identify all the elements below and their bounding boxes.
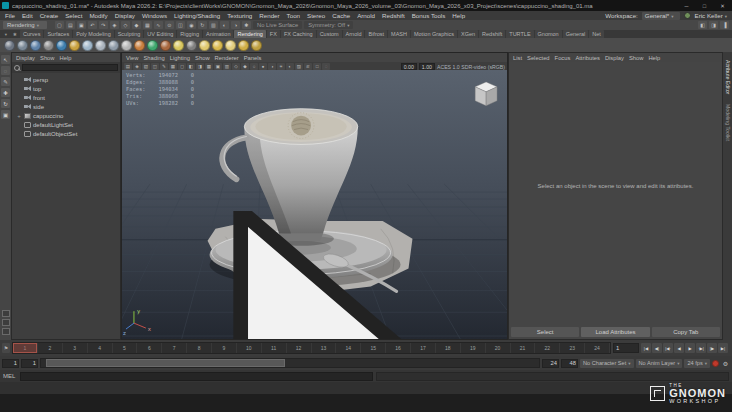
shelf-tab[interactable]: Sculpting [115, 30, 144, 38]
save-scene-icon[interactable]: ▣ [77, 21, 86, 29]
frame-tick[interactable]: 22 [535, 343, 560, 353]
point-light-shelf-icon[interactable] [225, 40, 236, 51]
new-scene-icon[interactable]: ▢ [55, 21, 64, 29]
frame-tick[interactable]: 16 [386, 343, 411, 353]
rotate-tool-icon[interactable]: ↻ [1, 99, 10, 108]
attribute-editor-menu-item[interactable]: Selected [527, 55, 550, 61]
shelf-tab[interactable]: Arnold [343, 30, 365, 38]
make-object-live-icon[interactable]: ◉ [187, 21, 196, 29]
range-slider[interactable] [40, 358, 540, 368]
menu-item[interactable]: Texturing [227, 12, 252, 19]
menu-item[interactable]: Create [40, 12, 59, 19]
motion-blur-icon[interactable]: ≋ [304, 63, 312, 70]
sidebar-tab[interactable]: Modeling Toolkit [725, 104, 731, 141]
attribute-editor-menu-item[interactable]: List [513, 55, 522, 61]
area-light-shelf-icon[interactable] [251, 40, 262, 51]
frame-tick[interactable]: 20 [486, 343, 511, 353]
use-all-lights-icon[interactable]: ☀ [277, 63, 285, 70]
viewport-3d-scene[interactable]: y x z Verts: 194072 0 Edges: 388088 0 [122, 70, 507, 339]
outliner-item[interactable]: front [12, 93, 120, 102]
menu-item[interactable]: Stereo [307, 12, 325, 19]
redo-icon[interactable]: ↷ [99, 21, 108, 29]
grid-toggle-icon[interactable]: ▦ [169, 63, 177, 70]
frame-tick[interactable]: 6 [137, 343, 162, 353]
attribute-editor-menu-item[interactable]: Show [629, 55, 644, 61]
attribute-editor-menu-item[interactable]: Attributes [575, 55, 600, 61]
layout-persp-outliner-button[interactable] [2, 328, 10, 335]
current-time-marker[interactable] [13, 343, 37, 353]
bookmarks-icon[interactable]: ◈ [133, 63, 141, 70]
outliner-item[interactable]: persp [12, 75, 120, 84]
menu-item[interactable]: Lighting/Shading [174, 12, 220, 19]
open-render-view-icon[interactable]: ▥ [209, 21, 218, 29]
outliner-item[interactable]: side [12, 102, 120, 111]
ipr-render-shelf-icon[interactable] [30, 40, 41, 51]
viewport-menu-item[interactable]: Show [195, 55, 210, 61]
camera-attributes-icon[interactable]: ▤ [124, 63, 132, 70]
frame-selection-icon[interactable]: ◆ [241, 63, 249, 70]
menu-item[interactable]: Redshift [382, 12, 405, 19]
shelf-tab[interactable]: Gnomon [535, 30, 562, 38]
shelf-tab[interactable]: FX Caching [281, 30, 316, 38]
hypershade-shelf-icon[interactable] [56, 40, 67, 51]
scale-tool-icon[interactable]: ▣ [1, 110, 10, 119]
shelf-tab[interactable]: Redshift [479, 30, 505, 38]
lasso-tool-icon[interactable]: ◌ [1, 66, 10, 75]
frame-tick[interactable]: 18 [436, 343, 461, 353]
viewport-menu-item[interactable]: Panels [244, 55, 262, 61]
frame-tick[interactable]: 17 [411, 343, 436, 353]
viewport-menu-item[interactable]: Shading [143, 55, 164, 61]
menu-item[interactable]: Select [65, 12, 82, 19]
outliner-search-input[interactable] [22, 64, 118, 71]
phong-shelf-icon[interactable] [108, 40, 119, 51]
outliner-item[interactable]: defaultLightSet [12, 120, 120, 129]
directional-light-shelf-icon[interactable] [212, 40, 223, 51]
film-gate-icon[interactable]: ◻ [178, 63, 186, 70]
menu-item[interactable]: Bonus Tools [412, 12, 446, 19]
layout-single-pane-button[interactable] [2, 310, 10, 317]
user-avatar[interactable] [684, 12, 691, 19]
playback-start-field[interactable] [21, 359, 38, 368]
select-by-hierarchy-icon[interactable]: ◈ [110, 21, 119, 29]
light-editor-shelf-icon[interactable] [69, 40, 80, 51]
grease-pencil-icon[interactable]: ✎ [160, 63, 168, 70]
frame-tick[interactable]: 4 [88, 343, 113, 353]
animation-end-field[interactable] [561, 359, 578, 368]
menu-item[interactable]: Display [115, 12, 135, 19]
viewport-menu-item[interactable]: Renderer [215, 55, 239, 61]
exposure-field[interactable]: 0.00 [401, 63, 417, 70]
frame-tick[interactable]: 23 [560, 343, 585, 353]
command-input[interactable] [20, 372, 373, 381]
snap-to-curve-icon[interactable]: ∿ [154, 21, 163, 29]
construction-history-icon[interactable]: ↻ [198, 21, 207, 29]
frame-tick[interactable]: 2 [38, 343, 63, 353]
play-backwards-button[interactable]: ◀ [674, 343, 684, 353]
menu-item[interactable]: Cache [332, 12, 350, 19]
spot-light-shelf-icon[interactable] [238, 40, 249, 51]
shelf-tab[interactable]: TURTLE [506, 30, 533, 38]
file-texture-shelf-icon[interactable] [160, 40, 171, 51]
frame-tick[interactable]: 3 [63, 343, 88, 353]
shelf-tab[interactable]: XGen [458, 30, 478, 38]
character-set-menu[interactable]: No Character Set [580, 359, 633, 368]
shelf-tab[interactable]: Curves [20, 30, 43, 38]
step-forward-key-button[interactable]: ·▶| [696, 343, 706, 353]
frame-tick[interactable]: 21 [511, 343, 536, 353]
menu-item[interactable]: Modify [89, 12, 107, 19]
fps-menu[interactable]: 24 fps [684, 359, 710, 368]
open-scene-icon[interactable]: ▤ [66, 21, 75, 29]
shelf-tab[interactable]: Rendering [234, 30, 265, 38]
shelf-tab[interactable]: Poly Modeling [73, 30, 114, 38]
maximize-button[interactable]: □ [697, 0, 712, 11]
render-view-shelf-icon[interactable] [4, 40, 15, 51]
go-to-start-button[interactable]: |◀ [641, 343, 651, 353]
attribute-editor-menu-item[interactable]: Display [605, 55, 624, 61]
shelf-menu-icon[interactable]: ▾ [2, 31, 10, 38]
render-settings-icon[interactable]: ✱ [242, 21, 251, 29]
snap-to-grid-icon[interactable]: ▦ [143, 21, 152, 29]
viewport-menu-item[interactable]: View [126, 55, 138, 61]
menu-item[interactable]: Edit [22, 12, 33, 19]
frame-tick[interactable]: 5 [113, 343, 138, 353]
frame-tick[interactable]: 15 [361, 343, 386, 353]
select-by-object-icon[interactable]: ◇ [121, 21, 130, 29]
